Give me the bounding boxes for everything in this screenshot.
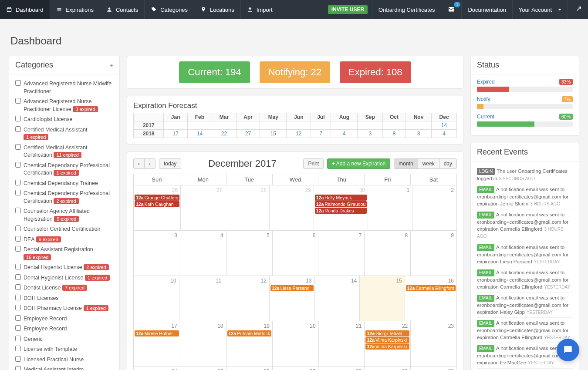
event-row[interactable]: EMAILA notification email was sent to er… xyxy=(477,293,573,318)
cal-prev-button[interactable]: ‹ xyxy=(133,158,145,169)
calendar-day[interactable]: 15 xyxy=(359,276,405,321)
calendar-event[interactable]: 12aPutnam Mattock xyxy=(227,330,271,336)
tenant-link[interactable]: Onbarding Certificates xyxy=(372,0,441,19)
category-checkbox[interactable] xyxy=(15,80,21,86)
calendar-day[interactable]: 7 xyxy=(318,231,364,276)
calendar-day[interactable]: 1312aLiesa Parsand xyxy=(269,276,314,321)
event-row[interactable]: EMAILA notification email was sent to er… xyxy=(477,369,573,370)
calendar-day[interactable]: 3012aHolly Meyrick12aRaimondo Giraudou12… xyxy=(314,185,368,230)
forecast-cell[interactable]: 3 xyxy=(406,130,431,138)
calendar-event[interactable]: 12aVilma Karpinski xyxy=(365,343,409,350)
calendar-event[interactable]: 12aRaimondo Giraudou xyxy=(315,201,367,207)
status-label[interactable]: Expired xyxy=(477,79,495,85)
calendar-day[interactable]: 2712aArman Turrill xyxy=(272,367,318,370)
forecast-cell[interactable]: 15 xyxy=(260,130,287,138)
nav-import[interactable]: Import xyxy=(241,0,279,19)
category-label[interactable]: Dentist License xyxy=(24,285,61,291)
calendar-day[interactable]: 8 xyxy=(364,231,410,276)
calendar-day[interactable]: 21 xyxy=(318,321,365,366)
category-checkbox[interactable] xyxy=(15,236,21,242)
category-checkbox[interactable] xyxy=(15,295,21,300)
print-button[interactable]: Print xyxy=(303,158,324,169)
calendar-day[interactable]: 1912aPutnam Mattock xyxy=(226,321,272,366)
category-checkbox[interactable] xyxy=(15,208,21,213)
category-checkbox[interactable] xyxy=(15,305,21,310)
category-checkbox[interactable] xyxy=(15,162,21,168)
stat-notifying[interactable]: Notifying: 22 xyxy=(260,61,330,83)
category-label[interactable]: Chemical Dependancy Trainee xyxy=(24,180,98,186)
category-checkbox[interactable] xyxy=(15,356,21,362)
category-label[interactable]: License with Template xyxy=(24,346,77,352)
category-checkbox[interactable] xyxy=(15,144,21,150)
category-checkbox[interactable] xyxy=(15,274,21,280)
calendar-day[interactable]: 11 xyxy=(179,276,224,321)
calendar-day[interactable]: 29 xyxy=(364,367,410,370)
category-checkbox[interactable] xyxy=(15,180,21,185)
view-day-button[interactable]: day xyxy=(439,158,457,169)
forecast-cell[interactable]: 4 xyxy=(331,130,358,138)
forecast-cell[interactable]: 22 xyxy=(212,130,236,138)
category-label[interactable]: Dental Assistant Registration xyxy=(24,246,93,252)
calendar-day[interactable]: 1 xyxy=(368,185,412,230)
calendar-event[interactable]: 12aRonda Drakes xyxy=(315,208,367,214)
calendar-event[interactable]: 12aHolly Meyrick xyxy=(315,195,367,201)
category-checkbox[interactable] xyxy=(15,336,21,341)
add-expiration-button[interactable]: + Add a new Expiration xyxy=(327,158,390,169)
calendar-day[interactable]: 28 xyxy=(225,185,269,230)
category-label[interactable]: Employee Record xyxy=(24,316,67,322)
category-label[interactable]: DOH Pharmacy License xyxy=(24,305,82,311)
nav-expirations[interactable]: Expirations xyxy=(50,0,100,19)
calendar-event[interactable]: 12aVilma Karpinski xyxy=(365,337,409,343)
category-checkbox[interactable] xyxy=(15,284,21,290)
view-week-button[interactable]: week xyxy=(418,158,439,169)
share-button[interactable] xyxy=(568,0,588,19)
category-label[interactable]: Certified Medical Assistant xyxy=(24,127,88,133)
forecast-cell[interactable]: 4 xyxy=(432,130,457,138)
cal-next-button[interactable]: › xyxy=(144,158,155,169)
calendar-day[interactable]: 26 xyxy=(226,367,272,370)
calendar-day[interactable]: 30 xyxy=(410,367,456,370)
category-label[interactable]: Medical Assistant Interim Certification xyxy=(24,367,84,370)
stat-expired[interactable]: Expired: 108 xyxy=(340,61,411,83)
calendar-day[interactable]: 4 xyxy=(180,231,226,276)
calendar-day[interactable]: 24 xyxy=(134,367,180,370)
category-label[interactable]: Licensed Practical Nurse xyxy=(24,357,84,363)
forecast-cell[interactable]: 27 xyxy=(236,130,260,138)
category-label[interactable]: Advanced Registered Nurse Midwife Practi… xyxy=(24,81,112,94)
calendar-day[interactable]: 10 xyxy=(134,276,179,321)
forecast-cell[interactable]: 14 xyxy=(432,121,457,130)
event-row[interactable]: EMAILA notification email was sent to er… xyxy=(477,209,573,242)
category-label[interactable]: Cardiologist License xyxy=(24,116,73,122)
forecast-cell[interactable]: 7 xyxy=(311,130,331,138)
category-label[interactable]: DOH Licenses xyxy=(24,295,59,301)
category-checkbox[interactable] xyxy=(15,325,21,331)
calendar-day[interactable]: 2812aEv Karpinski xyxy=(318,367,364,370)
category-label[interactable]: Dental Hygienist License xyxy=(24,275,84,281)
category-label[interactable]: Dental Hygenist License xyxy=(24,264,82,270)
calendar-day[interactable]: 6 xyxy=(272,231,318,276)
calendar-day[interactable]: 5 xyxy=(226,231,272,276)
category-checkbox[interactable] xyxy=(15,190,21,195)
event-row[interactable]: EMAILA notification email was sent to er… xyxy=(477,267,573,293)
calendar-event[interactable]: 12aMirelle Hofner xyxy=(135,330,179,336)
nav-categories[interactable]: Categories xyxy=(145,0,194,19)
calendar-day[interactable]: 3 xyxy=(134,231,180,276)
calendar-day[interactable]: 12 xyxy=(224,276,269,321)
forecast-cell[interactable]: 3 xyxy=(358,130,383,138)
category-label[interactable]: DEA xyxy=(24,236,34,242)
nav-contacts[interactable]: Contacts xyxy=(100,0,145,19)
category-checkbox[interactable] xyxy=(15,98,21,104)
calendar-day[interactable]: 14 xyxy=(314,276,360,321)
forecast-cell[interactable]: 14 xyxy=(187,130,212,138)
add-category-button[interactable]: + xyxy=(110,62,113,69)
calendar-day[interactable]: 20 xyxy=(272,321,318,366)
calendar-day[interactable]: 2212aGiorgi Tebald12aVilma Karpinski12aV… xyxy=(364,321,410,366)
chat-bubble[interactable] xyxy=(557,339,579,361)
category-label[interactable]: Employee Record xyxy=(24,326,67,332)
event-row[interactable]: LOGINThe user Onbarding Certificates log… xyxy=(477,166,573,184)
status-label[interactable]: Notify xyxy=(477,96,490,102)
event-row[interactable]: EMAILA notification email was sent to er… xyxy=(477,318,573,343)
view-month-button[interactable]: month xyxy=(394,158,418,169)
category-label[interactable]: Counselor Certified Certification xyxy=(24,226,100,232)
calendar-event[interactable]: 12aCarmella Ellingford xyxy=(406,285,456,291)
